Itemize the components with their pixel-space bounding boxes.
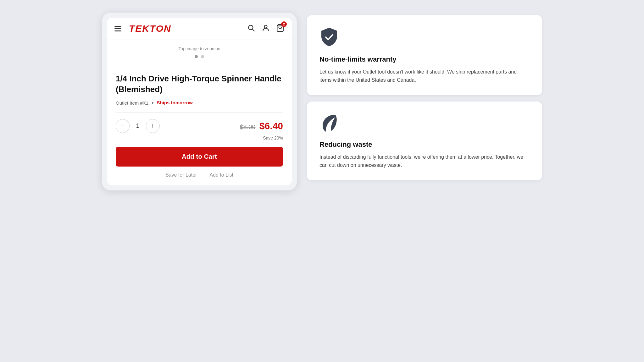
secondary-actions: Save for Later Add to List bbox=[116, 172, 283, 178]
search-button[interactable] bbox=[247, 24, 255, 33]
cart-button[interactable]: 2 bbox=[276, 24, 284, 33]
brand-logo[interactable]: TEKTON bbox=[129, 23, 242, 34]
warranty-card-title: No-time-limits warranty bbox=[319, 55, 530, 63]
image-dots bbox=[114, 55, 284, 58]
leaf-icon bbox=[319, 113, 530, 134]
quantity-value: 1 bbox=[135, 122, 141, 129]
tap-hint-label: Tap image to zoom in bbox=[114, 46, 284, 51]
hamburger-menu-button[interactable] bbox=[114, 26, 121, 31]
original-price: $8.00 bbox=[240, 123, 255, 130]
decrease-quantity-button[interactable]: − bbox=[116, 119, 130, 133]
warranty-card-text: Let us know if your Outlet tool doesn't … bbox=[319, 68, 530, 84]
logo-text: TEKTON bbox=[129, 23, 171, 34]
waste-card: Reducing waste Instead of discarding ful… bbox=[307, 101, 542, 180]
page-container: TEKTON bbox=[102, 13, 542, 190]
shield-icon bbox=[319, 26, 530, 49]
product-meta: Outlet Item #X1 • Ships tomorrow bbox=[116, 100, 283, 106]
svg-line-1 bbox=[253, 29, 254, 31]
quantity-control: − 1 + bbox=[116, 119, 160, 133]
product-info: 1/4 Inch Drive High-Torque Spinner Handl… bbox=[107, 66, 292, 185]
waste-card-title: Reducing waste bbox=[319, 140, 530, 149]
waste-card-text: Instead of discarding fully functional t… bbox=[319, 153, 530, 169]
nav-icons: 2 bbox=[247, 24, 284, 33]
meta-separator: • bbox=[152, 100, 153, 106]
save-for-later-button[interactable]: Save for Later bbox=[165, 172, 197, 178]
quantity-price-row: − 1 + $8.00 $6.40 bbox=[116, 119, 283, 133]
dot-2[interactable] bbox=[201, 55, 204, 58]
right-panel: No-time-limits warranty Let us know if y… bbox=[307, 13, 542, 180]
phone-inner: TEKTON bbox=[107, 18, 292, 185]
account-button[interactable] bbox=[262, 24, 270, 33]
add-to-cart-button[interactable]: Add to Cart bbox=[116, 147, 283, 167]
sale-price: $6.40 bbox=[259, 121, 283, 131]
outlet-item-label: Outlet Item #X1 bbox=[116, 100, 148, 106]
section-divider bbox=[116, 112, 283, 113]
save-badge: Save 20% bbox=[116, 135, 283, 140]
navbar: TEKTON bbox=[107, 18, 292, 40]
image-section: Tap image to zoom in bbox=[107, 40, 292, 66]
price-area: $8.00 $6.40 bbox=[240, 121, 283, 131]
add-to-list-button[interactable]: Add to List bbox=[209, 172, 233, 178]
warranty-card: No-time-limits warranty Let us know if y… bbox=[307, 15, 542, 95]
product-title: 1/4 Inch Drive High-Torque Spinner Handl… bbox=[116, 74, 283, 95]
cart-count-badge: 2 bbox=[281, 21, 287, 27]
ships-tomorrow-label: Ships tomorrow bbox=[157, 100, 193, 106]
dot-1[interactable] bbox=[195, 55, 198, 58]
increase-quantity-button[interactable]: + bbox=[146, 119, 160, 133]
svg-point-2 bbox=[264, 25, 267, 28]
phone-panel: TEKTON bbox=[102, 13, 297, 190]
